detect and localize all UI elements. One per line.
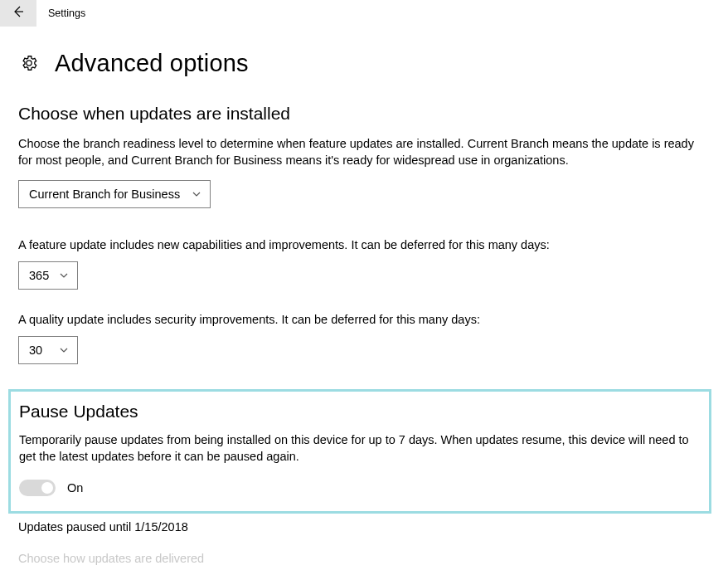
chevron-down-icon <box>59 345 69 355</box>
page-title: Advanced options <box>55 50 249 77</box>
toggle-knob <box>41 482 53 494</box>
pause-toggle-label: On <box>67 481 83 495</box>
back-arrow-icon <box>12 5 25 22</box>
quality-defer-text: A quality update includes security impro… <box>18 311 710 328</box>
quality-defer-value: 30 <box>29 344 42 357</box>
paused-until-text: Updates paused until 1/15/2018 <box>18 520 710 534</box>
pause-toggle[interactable] <box>19 480 56 496</box>
quality-defer-dropdown[interactable]: 30 <box>18 336 78 364</box>
feature-defer-value: 365 <box>29 269 49 282</box>
delivery-link[interactable]: Choose how updates are delivered <box>18 552 710 565</box>
feature-defer-dropdown[interactable]: 365 <box>18 261 78 290</box>
gear-icon <box>20 54 38 76</box>
window-title: Settings <box>36 7 85 19</box>
chevron-down-icon <box>192 189 201 199</box>
title-bar: Settings <box>0 0 728 27</box>
chevron-down-icon <box>59 270 69 280</box>
pause-updates-highlight: Pause Updates Temporarily pause updates … <box>8 389 711 514</box>
feature-defer-text: A feature update includes new capabiliti… <box>18 236 710 253</box>
branch-description: Choose the branch readiness level to det… <box>18 135 710 168</box>
back-button[interactable] <box>0 0 36 27</box>
pause-heading: Pause Updates <box>19 402 701 422</box>
pause-description: Temporarily pause updates from being ins… <box>19 431 701 465</box>
choose-when-heading: Choose when updates are installed <box>18 104 710 124</box>
branch-dropdown-value: Current Branch for Business <box>29 188 180 201</box>
branch-dropdown[interactable]: Current Branch for Business <box>18 180 211 208</box>
